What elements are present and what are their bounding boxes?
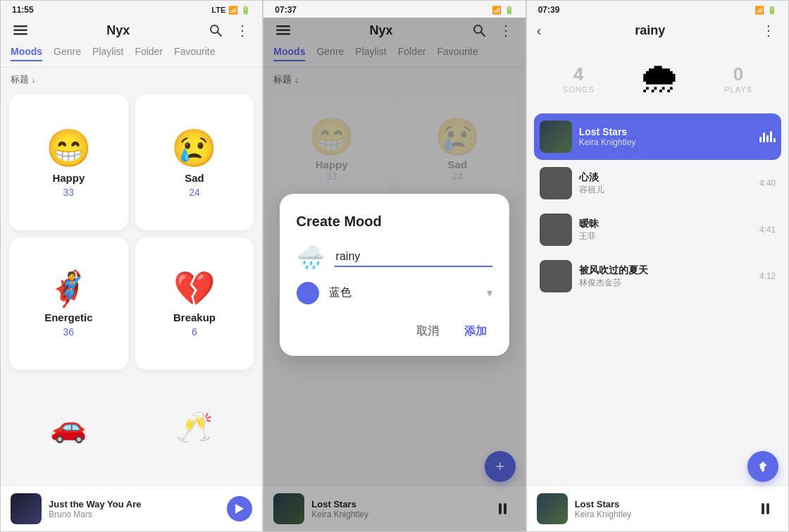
plays-label: PLAYS: [724, 85, 752, 94]
play-button-1[interactable]: [227, 496, 252, 521]
status-time-3: 07:39: [538, 5, 560, 15]
track-name-1: Just the Way You Are: [49, 499, 220, 509]
mood-count-happy: 33: [63, 187, 75, 198]
network-icon-1: LTE: [211, 6, 225, 14]
mood-emoji-breakup: 💔: [173, 272, 216, 306]
mood-card-breakup[interactable]: 💔 Breakup 6: [135, 237, 254, 371]
tab-genre-1[interactable]: Genre: [54, 46, 81, 61]
battery-icon-2: 🔋: [504, 6, 514, 15]
song-thumb-0: [540, 120, 572, 153]
back-button-3[interactable]: ‹: [537, 23, 542, 39]
mood-emoji-drive: 🚗: [50, 412, 87, 442]
track-artist-3: Keira Knightley: [575, 509, 746, 519]
signal-icon-1: 📶: [228, 6, 238, 15]
song-name-2: 暧昧: [579, 218, 752, 230]
search-button-1[interactable]: [206, 20, 225, 40]
plays-stat: 0 PLAYS: [724, 63, 752, 94]
mood-count-energetic: 36: [63, 326, 75, 338]
song-item-0[interactable]: Lost Stars Keira Knightley: [534, 113, 781, 160]
mood-name-input[interactable]: [335, 247, 493, 267]
song-duration-3: 4:12: [759, 271, 776, 281]
rainy-title: rainy: [635, 23, 665, 38]
song-duration-1: 4:40: [759, 178, 776, 188]
song-artist-1: 容祖儿: [579, 184, 752, 196]
color-label: 蓝色: [329, 285, 478, 300]
song-info-2: 暧昧 王菲: [579, 218, 752, 242]
waveform-icon: [759, 131, 776, 142]
pause-button-3[interactable]: [753, 496, 778, 521]
mood-grid-1: 😁 Happy 33 😢 Sad 24 🦸 Energetic 36 💔 Bre…: [1, 89, 262, 485]
status-time-1: 11:55: [12, 5, 34, 15]
fab-button-3[interactable]: [747, 451, 778, 482]
mood-emoji-party: 🥂: [176, 412, 213, 442]
song-item-3[interactable]: 被风吹过的夏天 林俊杰金莎 4:12: [534, 253, 781, 299]
mood-card-energetic[interactable]: 🦸 Energetic 36: [9, 237, 128, 371]
phone-1: 11:55 LTE 📶 🔋 Nyx ⋮ Moods Ge: [0, 0, 263, 532]
track-artist-1: Bruno Mars: [49, 509, 220, 519]
song-thumb-3: [540, 260, 572, 292]
plays-count: 0: [724, 63, 752, 85]
svg-rect-2: [13, 33, 27, 35]
song-duration-2: 4:41: [759, 225, 776, 235]
song-name-3: 被风吹过的夏天: [579, 264, 752, 277]
song-info-0: Lost Stars Keira Knightley: [579, 126, 752, 147]
color-chevron-icon: ▾: [487, 286, 492, 299]
now-playing-bar-3: Lost Stars Keira Knightley: [527, 485, 788, 531]
mood-name-energetic: Energetic: [44, 311, 92, 323]
create-mood-modal: Create Mood 🌧️ 蓝色 ▾ 取消 添加: [280, 194, 510, 356]
mood-card-party[interactable]: 🥂: [135, 377, 254, 480]
mood-name-breakup: Breakup: [173, 311, 216, 323]
now-playing-bar-1: Just the Way You Are Bruno Mars: [1, 485, 262, 531]
sort-label-1: 标题: [11, 73, 29, 86]
svg-rect-0: [13, 25, 27, 27]
songs-stat: 4 SONGS: [563, 63, 595, 94]
rainy-hero: 4 SONGS 🌧 0 PLAYS: [527, 46, 788, 113]
phone2-content: Nyx ⋮ Moods Genre Playlist Folder Favour…: [263, 18, 525, 531]
song-name-0: Lost Stars: [579, 126, 752, 137]
more-button-1[interactable]: ⋮: [232, 20, 252, 40]
battery-icon-3: 🔋: [767, 6, 777, 15]
svg-line-4: [218, 32, 221, 36]
sort-row-1: 标题 ↓: [1, 68, 262, 89]
confirm-button[interactable]: 添加: [459, 321, 492, 342]
modal-color-row: 蓝色 ▾: [297, 282, 493, 304]
mood-card-sad[interactable]: 😢 Sad 24: [135, 94, 254, 230]
modal-title: Create Mood: [297, 214, 493, 230]
tab-moods-1[interactable]: Moods: [11, 46, 42, 61]
svg-marker-5: [235, 504, 244, 514]
sort-arrow-icon: ↓: [32, 75, 36, 84]
status-bar-3: 07:39 📶 🔋: [527, 1, 788, 18]
status-bar-1: 11:55 LTE 📶 🔋: [1, 1, 262, 18]
song-thumb-1: [540, 167, 572, 199]
color-swatch[interactable]: [297, 282, 319, 304]
status-time-2: 07:37: [275, 5, 297, 15]
mood-emoji-happy: 😁: [46, 130, 92, 166]
header-icons-1: ⋮: [206, 20, 252, 40]
mood-card-happy[interactable]: 😁 Happy 33: [9, 94, 128, 230]
song-item-2[interactable]: 暧昧 王菲 4:41: [534, 206, 781, 253]
cancel-button[interactable]: 取消: [411, 321, 445, 342]
modal-icon-row: 🌧️: [297, 244, 493, 271]
phone-2: 07:37 📶 🔋 Nyx ⋮: [263, 0, 526, 532]
song-artist-2: 王菲: [579, 230, 752, 242]
status-icons-1: LTE 📶 🔋: [211, 6, 251, 15]
tab-folder-1[interactable]: Folder: [135, 46, 163, 61]
tab-favourite-1[interactable]: Favourite: [174, 46, 215, 61]
tab-playlist-1[interactable]: Playlist: [92, 46, 123, 61]
menu-button-1[interactable]: [11, 20, 30, 40]
song-info-3: 被风吹过的夏天 林俊杰金莎: [579, 264, 752, 289]
status-icons-3: 📶 🔋: [754, 6, 777, 15]
songs-label: SONGS: [563, 85, 595, 94]
modal-weather-icon: 🌧️: [297, 244, 325, 271]
app-title-1: Nyx: [106, 23, 130, 38]
mood-card-drive[interactable]: 🚗: [9, 377, 128, 480]
track-name-3: Lost Stars: [575, 499, 746, 509]
battery-icon-1: 🔋: [241, 6, 251, 15]
more-button-3[interactable]: ⋮: [759, 20, 778, 40]
song-item-1[interactable]: 心淡 容祖儿 4:40: [534, 160, 781, 206]
mood-emoji-energetic: 🦸: [47, 272, 89, 306]
mood-name-sad: Sad: [185, 172, 204, 184]
song-list: Lost Stars Keira Knightley 心淡 容祖儿: [527, 113, 788, 485]
track-info-3: Lost Stars Keira Knightley: [575, 499, 746, 519]
album-thumb-1: [11, 493, 42, 524]
